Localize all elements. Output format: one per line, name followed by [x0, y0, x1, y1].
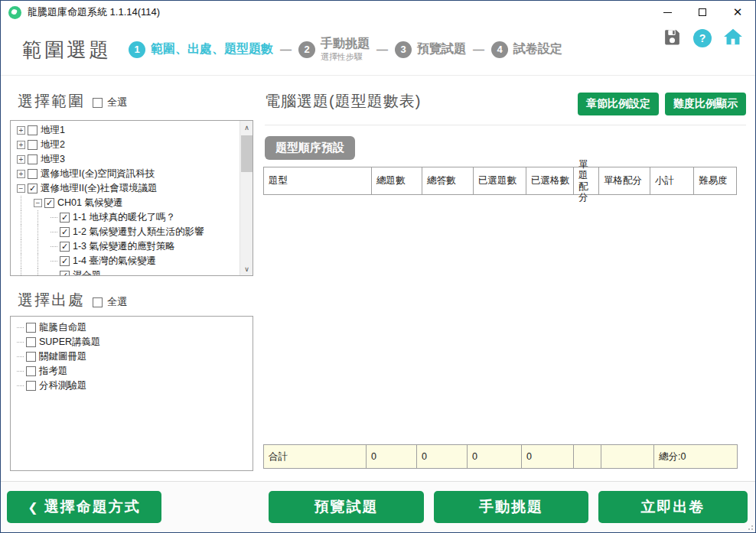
tree-item-checkbox[interactable]: ✓	[60, 242, 70, 252]
tree-connector	[51, 261, 57, 262]
maximize-icon	[699, 8, 706, 16]
tree-item[interactable]: +選修地理I(全)空間資訊科技	[11, 167, 240, 181]
tree-scrollbar[interactable]: ∧ ∨	[240, 121, 253, 275]
step-label: 手動挑題	[321, 37, 370, 50]
list-item[interactable]: SUPER講義題	[11, 335, 253, 349]
tree-guide	[21, 225, 34, 239]
list-item-checkbox[interactable]	[26, 352, 36, 362]
column-header: 總答數	[422, 167, 474, 195]
expand-icon[interactable]: +	[17, 170, 25, 178]
collapse-icon[interactable]: −	[17, 184, 25, 193]
scope-select-all-label: 全選	[107, 96, 127, 109]
tree-item-checkbox[interactable]: ✓	[44, 198, 54, 208]
collapse-icon[interactable]: −	[34, 199, 42, 207]
tree-item-checkbox[interactable]: ✓	[60, 227, 70, 237]
tree-item[interactable]: ✓1-2 氣候變遷對人類生活的影響	[11, 225, 240, 239]
home-icon[interactable]	[723, 27, 743, 50]
resize-grip[interactable]	[747, 524, 753, 530]
list-item[interactable]: 龍騰自命題	[11, 320, 253, 335]
scroll-down-icon[interactable]: ∨	[240, 262, 253, 275]
tree-item-checkbox[interactable]: ✓	[28, 184, 37, 193]
tree-connector	[51, 232, 57, 232]
scope-tree: +地理1+地理2+地理3+選修地理I(全)空間資訊科技−✓選修地理II(全)社會…	[11, 121, 240, 275]
back-button[interactable]: ❮ 選擇命題方式	[7, 491, 161, 523]
type-order-tab[interactable]: 題型順序預設	[265, 136, 355, 160]
difficulty-ratio-button[interactable]: 難度比例顯示	[665, 93, 746, 115]
source-list-box: 龍騰自命題SUPER講義題關鍵圖冊題指考題分科測驗題	[10, 316, 253, 471]
bottom-bar: ❮ 選擇命題方式 預覽試題 手動挑題 立即出卷	[1, 481, 755, 532]
tree-item[interactable]: +地理1	[11, 123, 240, 138]
tree-item-checkbox[interactable]: ✓	[60, 271, 70, 275]
tree-connector	[17, 342, 24, 343]
list-item-label: 龍騰自命題	[39, 321, 87, 334]
maximize-button[interactable]	[685, 1, 720, 24]
scope-select-all-checkbox[interactable]	[93, 98, 103, 108]
step-number-badge: 4	[491, 41, 508, 58]
step-sublabel: 選擇性步驟	[321, 52, 370, 62]
app-title: 龍騰題庫命題系統 1.1.14(114)	[28, 5, 160, 19]
step-labels: 手動挑題選擇性步驟	[321, 37, 370, 61]
generate-exam-button[interactable]: 立即出卷	[598, 491, 748, 523]
step-1[interactable]: 1範圍、出處、題型題數	[129, 41, 273, 58]
tree-item[interactable]: ✓混合題	[11, 268, 240, 275]
stepper: 1範圍、出處、題型題數—2手動挑題選擇性步驟—3預覽試題—4試卷設定	[129, 24, 562, 75]
tree-guide	[21, 196, 34, 210]
tree-item[interactable]: −✓CH01 氣候變遷	[11, 196, 240, 210]
tree-item-checkbox[interactable]	[28, 140, 37, 150]
tree-guide	[37, 210, 51, 225]
expand-icon[interactable]: +	[17, 141, 25, 149]
scrollbar-thumb[interactable]	[241, 135, 253, 172]
tree-item-checkbox[interactable]: ✓	[60, 213, 70, 223]
tree-connector	[17, 385, 24, 386]
save-icon[interactable]	[663, 28, 682, 50]
summary-cell: 總分:0	[653, 444, 738, 469]
tree-guide	[37, 225, 51, 239]
list-item-checkbox[interactable]	[26, 366, 36, 376]
chevron-left-icon: ❮	[28, 500, 37, 515]
chapter-ratio-button[interactable]: 章節比例設定	[578, 93, 659, 115]
list-item[interactable]: 指考題	[11, 364, 253, 379]
page-header: 範圍選題 1範圍、出處、題型題數—2手動挑題選擇性步驟—3預覽試題—4試卷設定	[1, 24, 755, 76]
tree-item[interactable]: +地理3	[11, 152, 240, 167]
preview-button[interactable]: 預覽試題	[269, 491, 424, 523]
tree-guide	[21, 268, 34, 275]
column-header: 難易度	[693, 167, 737, 195]
tree-item-label: CH01 氣候變遷	[57, 197, 122, 210]
page-title: 範圍選題	[22, 37, 111, 63]
list-item[interactable]: 關鍵圖冊題	[11, 349, 253, 364]
list-item-checkbox[interactable]	[26, 337, 36, 347]
column-header: 單題配分	[573, 167, 599, 195]
tree-item[interactable]: +地理2	[11, 138, 240, 152]
close-button[interactable]: ✕	[720, 1, 755, 24]
list-item-checkbox[interactable]	[26, 323, 36, 333]
tree-item-checkbox[interactable]	[28, 125, 37, 135]
tree-item[interactable]: ✓1-1 地球真的暖化了嗎？	[11, 210, 240, 225]
tree-item-label: 地理1	[41, 124, 65, 137]
step-3[interactable]: 3預覽試題	[395, 41, 466, 58]
tree-item[interactable]: −✓選修地理II(全)社會環境議題	[11, 181, 240, 196]
column-header: 小計	[650, 167, 694, 195]
tree-item[interactable]: ✓1-3 氣候變遷的應對策略	[11, 239, 240, 254]
source-select-all-checkbox[interactable]	[93, 297, 103, 307]
tree-item[interactable]: ✓1-4 臺灣的氣候變遷	[11, 254, 240, 268]
expand-icon[interactable]: +	[17, 155, 25, 164]
ratio-buttons: 章節比例設定 難度比例顯示	[578, 93, 746, 115]
list-item-checkbox[interactable]	[26, 381, 36, 391]
tree-item-label: 地理3	[41, 153, 65, 166]
tree-item-checkbox[interactable]: ✓	[60, 256, 70, 266]
tree-guide	[21, 239, 34, 254]
scroll-up-icon[interactable]: ∧	[240, 121, 253, 134]
tree-item-checkbox[interactable]	[28, 169, 37, 179]
step-2[interactable]: 2手動挑題選擇性步驟	[298, 37, 370, 61]
manual-pick-button[interactable]: 手動挑題	[434, 491, 588, 523]
list-item[interactable]: 分科測驗題	[11, 379, 253, 393]
tree-item-checkbox[interactable]	[28, 154, 37, 164]
step-4[interactable]: 4試卷設定	[491, 41, 562, 58]
column-header: 總題數	[371, 167, 422, 195]
tree-connector	[17, 327, 24, 328]
minimize-button[interactable]	[650, 1, 685, 24]
step-number-badge: 3	[395, 41, 412, 58]
expand-icon[interactable]: +	[17, 126, 25, 135]
help-icon[interactable]: ?	[693, 29, 712, 47]
tree-connector	[51, 246, 57, 247]
